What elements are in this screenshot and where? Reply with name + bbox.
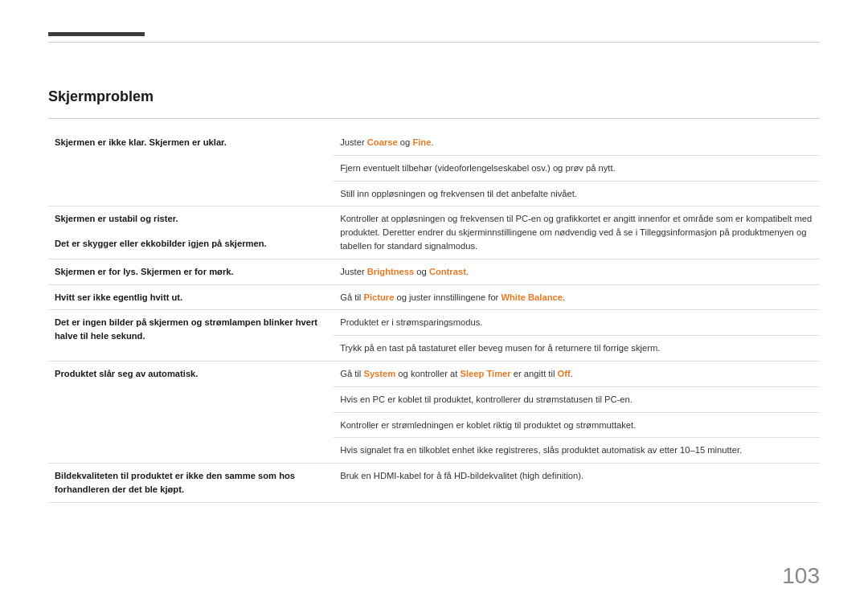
- solution-cell: Gå til Picture og juster innstillingene …: [334, 284, 820, 310]
- main-content: Skjermproblem Skjermen er ikke klar. Skj…: [48, 88, 820, 503]
- problem-cell: Skjermen er ustabil og rister. Det er sk…: [48, 206, 334, 259]
- problem-cell: Skjermen er for lys. Skjermen er for mør…: [48, 259, 334, 284]
- picture-label: Picture: [363, 292, 394, 302]
- off-label: Off: [558, 369, 571, 378]
- table-row: Hvitt ser ikke egentlig hvitt ut. Gå til…: [48, 284, 820, 310]
- problem-cell: Bildekvaliteten til produktet er ikke de…: [48, 464, 334, 503]
- solution-cell: Still inn oppløsningen og frekvensen til…: [334, 181, 820, 206]
- top-decoration: [48, 32, 145, 36]
- solution-cell: Produktet er i strømsparingsmodus.: [334, 310, 820, 336]
- solution-cell: Juster Brightness og Contrast.: [334, 259, 820, 284]
- problem-cell: Produktet slår seg av automatisk.: [48, 361, 334, 463]
- solution-cell: Hvis en PC er koblet til produktet, kont…: [334, 386, 820, 412]
- table-row: Bildekvaliteten til produktet er ikke de…: [48, 464, 820, 503]
- solution-cell: Kontroller at oppløsningen og frekvensen…: [334, 206, 820, 259]
- table-row: Det er ingen bilder på skjermen og strøm…: [48, 310, 820, 336]
- page-container: Skjermproblem Skjermen er ikke klar. Skj…: [0, 0, 868, 613]
- fine-label: Fine: [412, 137, 431, 147]
- table-row: Skjermen er for lys. Skjermen er for mør…: [48, 259, 820, 284]
- solution-cell: Gå til System og kontroller at Sleep Tim…: [334, 361, 820, 386]
- system-label: System: [363, 369, 395, 378]
- sleep-timer-label: Sleep Timer: [460, 369, 510, 378]
- table-row: Produktet slår seg av automatisk. Gå til…: [48, 361, 820, 386]
- problem-cell: Hvitt ser ikke egentlig hvitt ut.: [48, 284, 334, 310]
- top-line: [48, 42, 820, 43]
- contrast-label: Contrast: [429, 267, 466, 276]
- solution-cell: Hvis signalet fra en tilkoblet enhet ikk…: [334, 438, 820, 464]
- problem-cell: Skjermen er ikke klar. Skjermen er uklar…: [48, 130, 334, 206]
- table-row: Skjermen er ikke klar. Skjermen er uklar…: [48, 130, 820, 155]
- brightness-label: Brightness: [367, 267, 414, 276]
- solution-cell: Fjern eventuelt tilbehør (videoforlengel…: [334, 155, 820, 181]
- solution-cell: Trykk på en tast på tastaturet eller bev…: [334, 336, 820, 362]
- solution-cell: Kontroller er strømledningen er koblet r…: [334, 412, 820, 438]
- solution-cell: Juster Coarse og Fine.: [334, 130, 820, 155]
- section-divider: [48, 118, 820, 119]
- page-number: 103: [782, 563, 820, 589]
- problem-cell: Det er ingen bilder på skjermen og strøm…: [48, 310, 334, 362]
- troubleshoot-table: Skjermen er ikke klar. Skjermen er uklar…: [48, 130, 820, 503]
- coarse-label: Coarse: [367, 137, 398, 147]
- solution-cell: Bruk en HDMI-kabel for å få HD-bildekval…: [334, 464, 820, 503]
- section-title: Skjermproblem: [48, 88, 820, 105]
- white-balance-label: White Balance: [501, 292, 562, 302]
